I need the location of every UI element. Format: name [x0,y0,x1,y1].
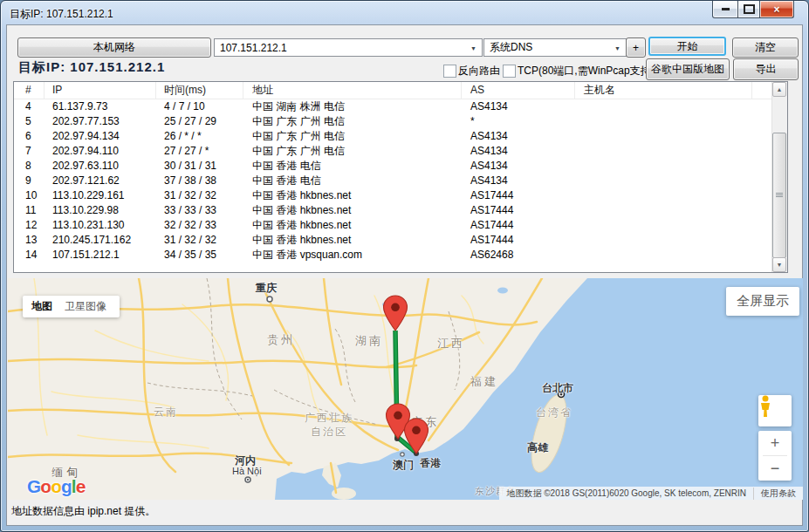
table-row[interactable]: 9202.97.121.6237 / 38 / 38中国 香港 电信AS4134 [14,174,787,188]
basemap [8,278,803,500]
table-cell: AS62468 [462,248,575,263]
status-text: 地址数据信息由 ipip.net 提供。 [11,504,155,519]
clear-button[interactable]: 清空 [732,38,799,58]
table-row[interactable]: 8202.97.63.11030 / 31 / 31中国 香港 电信AS4134 [14,159,787,174]
add-target-button[interactable]: + [626,38,646,58]
target-ip-label: 目标IP: 107.151.212.1 [18,59,165,76]
table-cell: 10 [14,188,45,203]
table-cell: 6 [14,129,45,144]
table-row[interactable]: 11113.10.229.9833 / 33 / 33中国 香港 hkbnes.… [14,203,787,218]
table-cell: AS4134 [462,144,575,159]
chongqing-dot [267,297,272,302]
google-logo[interactable]: Google [27,476,85,497]
table-cell: 11 [14,203,45,218]
table-row[interactable]: 5202.97.77.15325 / 27 / 29中国 广东 广州 电信* [14,114,787,129]
column-header[interactable]: 主机名 [575,82,752,99]
scroll-down-button[interactable]: ▼ [772,257,786,272]
table-header: #IP时间(ms)地址AS主机名 [14,82,787,99]
table-cell: 4 / 7 / 10 [156,99,243,114]
close-icon: × [773,3,779,16]
maximize-button[interactable] [738,1,760,18]
dns-value: 系统DNS [490,40,532,55]
table-row[interactable]: 14107.151.212.134 / 35 / 35中国 香港 vpsquan… [14,248,787,263]
start-button[interactable]: 开始 [648,37,726,56]
table-cell [575,129,752,144]
scroll-up-button[interactable]: ▲ [772,82,786,97]
target-ip-value: 107.151.212.1 [220,42,287,54]
table-row[interactable]: 7202.97.94.11027 / 27 / *中国 广东 广州 电信AS41… [14,144,787,159]
map-type-map[interactable]: 地图 [31,299,52,314]
table-cell: 202.97.94.110 [45,144,156,159]
tcp-label[interactable]: TCP(80端口,需WinPcap支持) [518,64,655,78]
table-row[interactable]: 461.137.9.734 / 7 / 10中国 湖南 株洲 电信AS4134 [14,99,787,114]
local-network-button[interactable]: 本机网络 [17,38,211,58]
title-bar[interactable]: 目标IP: 107.151.212.1 × [1,1,808,24]
table-cell: 8 [14,159,45,174]
scrollbar-thumb[interactable] [772,133,786,258]
table-cell: AS4134 [462,129,575,144]
table-cell: 61.137.9.73 [45,99,156,114]
table-cell [575,174,752,188]
table-cell [575,203,752,218]
table-cell [575,233,752,248]
reverse-route-label[interactable]: 反向路由 [458,64,500,78]
column-header[interactable]: AS [462,82,575,99]
zoom-out-button[interactable]: − [758,456,792,481]
table-cell: 9 [14,174,45,188]
table-cell: AS17444 [462,233,575,248]
pegman-button[interactable] [758,395,792,426]
window-controls: × [712,1,794,18]
minimize-button[interactable] [712,1,738,18]
table-row[interactable]: 6202.97.94.13426 / * / *中国 广东 广州 电信AS413… [14,129,787,144]
table-cell: 34 / 35 / 35 [156,248,243,263]
table-cell: 27 / 27 / * [156,144,243,159]
table-cell: 中国 香港 hkbnes.net [243,218,462,233]
table-cell: 12 [14,218,45,233]
table-cell: 14 [14,248,45,263]
window-title: 目标IP: 107.151.212.1 [10,7,113,22]
reverse-route-checkbox[interactable] [443,65,456,78]
table-cell: 202.97.94.134 [45,129,156,144]
column-header[interactable]: 时间(ms) [156,82,243,99]
zoom-control: + − [758,431,792,481]
map-type-control: 地图 卫星图像 [23,296,120,317]
target-ip-combo[interactable]: 107.151.212.1 ▼ [214,38,483,57]
table-cell: 13 [14,233,45,248]
tcp-checkbox[interactable] [503,65,516,78]
table-cell: 中国 广东 广州 电信 [243,144,462,159]
table-cell: 30 / 31 / 31 [156,159,243,174]
table-cell: * [462,114,575,129]
table-cell: 中国 广东 广州 电信 [243,114,462,129]
fullscreen-button[interactable]: 全屏显示 [726,287,799,316]
zoom-in-button[interactable]: + [758,431,792,455]
column-header[interactable]: IP [45,82,156,99]
map-type-satellite[interactable]: 卫星图像 [65,299,106,314]
table-cell: 中国 香港 vpsquan.com [243,248,462,263]
table-cell: 中国 香港 hkbnes.net [243,233,462,248]
table-cell [575,114,752,129]
trace-table: #IP时间(ms)地址AS主机名 461.137.9.734 / 7 / 10中… [13,81,788,273]
table-row[interactable]: 10113.10.229.16131 / 32 / 32中国 香港 hkbnes… [14,188,787,203]
table-cell [575,99,752,114]
dns-combo[interactable]: 系统DNS ▼ [483,38,627,57]
google-china-map-button[interactable]: 谷歌中国版地图 [646,58,730,80]
column-header[interactable]: 地址 [243,82,462,99]
maximize-icon [744,4,755,14]
close-button[interactable]: × [760,1,794,18]
table-cell: 202.97.121.62 [45,174,156,188]
table-cell [575,248,752,263]
macau-dot [401,453,404,456]
table-cell: AS4134 [462,99,575,114]
table-row[interactable]: 13210.245.171.16231 / 32 / 32中国 香港 hkbne… [14,233,787,248]
table-cell: 中国 香港 hkbnes.net [243,188,462,203]
vertical-scrollbar[interactable]: ▲ ▼ [771,82,787,272]
table-cell: 202.97.77.153 [45,114,156,129]
terms-link[interactable]: 使用条款 [753,488,803,500]
table-cell: 7 [14,144,45,159]
table-cell [575,218,752,233]
export-button[interactable]: 导出 [733,58,799,80]
map-canvas[interactable]: 重庆贵州湖南江西福建云南广西壮族自治区广东台北市台湾省高雄澳门香港东沙群岛缅甸河… [8,278,803,500]
table-cell: 107.151.212.1 [45,248,156,263]
table-row[interactable]: 12113.10.231.13032 / 32 / 33中国 香港 hkbnes… [14,218,787,233]
column-header[interactable]: # [14,82,45,99]
